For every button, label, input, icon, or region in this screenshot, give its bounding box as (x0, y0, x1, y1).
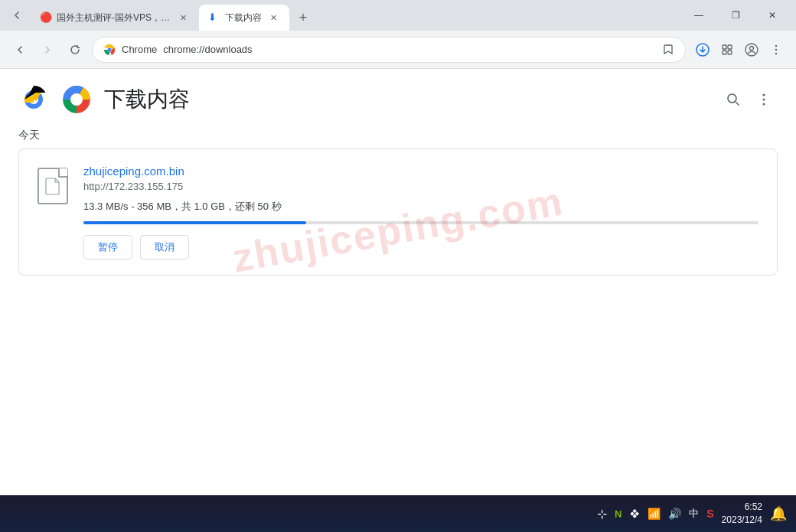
network-icon[interactable]: 📶 (648, 508, 661, 520)
bluetooth-icon[interactable]: ⊹ (597, 507, 607, 521)
svg-point-17 (763, 94, 765, 96)
back-button[interactable] (9, 39, 31, 60)
chrome-logo-small (103, 44, 116, 56)
bookmark-icon[interactable] (662, 44, 674, 56)
taskbar-time: 6:52 (722, 501, 762, 514)
addr-right-icons (692, 39, 787, 60)
tab-2-title: 下载内容 (225, 11, 262, 24)
svg-point-18 (763, 99, 765, 101)
section-label: 今天 (0, 122, 796, 149)
chrome-logo-main (61, 84, 92, 115)
url-input[interactable]: Chrome chrome://downloads (92, 37, 686, 63)
url-text: chrome://downloads (163, 44, 656, 55)
svg-point-8 (775, 44, 777, 46)
download-status: 13.3 MB/s - 356 MB，共 1.0 GB，还剩 50 秒 (83, 200, 758, 214)
search-button[interactable] (719, 86, 747, 113)
svg-point-19 (763, 103, 765, 106)
tab-1-title: 国外主机测评-国外VPS，国... (57, 11, 171, 24)
header-actions (719, 86, 778, 113)
new-tab-button[interactable]: + (292, 7, 314, 28)
antivirus-icon[interactable]: S (706, 508, 713, 520)
taskbar-right: ⊹ N ❖ 📶 🔊 中 S 6:52 2023/12/4 🔔 (597, 501, 787, 527)
tab-1-favicon: 🔴 (40, 11, 52, 24)
extensions-button[interactable] (716, 39, 738, 60)
downloads-menu-button[interactable] (750, 86, 778, 113)
taskbar-clock: 6:52 2023/12/4 (722, 501, 762, 527)
progress-bar-fill (83, 221, 306, 224)
window-control-left (6, 5, 28, 26)
system-back-button[interactable] (6, 5, 28, 26)
svg-rect-3 (728, 45, 732, 49)
reload-button[interactable] (64, 39, 86, 60)
input-method-icon[interactable]: 中 (689, 507, 699, 521)
tab-1-close[interactable]: ✕ (176, 11, 190, 24)
chrome-badge-label: Chrome (122, 44, 157, 55)
svg-point-10 (775, 52, 777, 54)
download-info: zhujiceping.com.bin http://172.233.155.1… (83, 165, 758, 259)
chrome-logo-big (18, 84, 49, 115)
page-title: 下载内容 (104, 85, 190, 114)
volume-icon[interactable]: 🔊 (668, 508, 681, 520)
cancel-button[interactable]: 取消 (140, 235, 189, 259)
svg-point-16 (728, 94, 736, 103)
svg-rect-2 (723, 45, 726, 49)
file-icon (38, 168, 68, 204)
download-card: zhujiceping.com.bin http://172.233.155.1… (18, 149, 778, 276)
address-bar: Chrome chrome://downloads (0, 31, 796, 69)
taskbar-date: 2023/12/4 (722, 514, 762, 527)
download-icon-button[interactable] (692, 39, 713, 60)
color-icon[interactable]: ❖ (629, 507, 640, 521)
close-button[interactable]: ✕ (755, 4, 790, 27)
download-url: http://172.233.155.175 (83, 181, 758, 192)
tab-2-close[interactable]: ✕ (266, 11, 280, 24)
svg-point-7 (750, 46, 754, 50)
maximize-button[interactable]: ❐ (718, 4, 753, 27)
downloads-header: 下载内容 (0, 69, 796, 122)
nvidia-icon[interactable]: N (615, 508, 621, 520)
page-content: zhujiceping.com (0, 69, 796, 495)
window-controls: — ❐ ✕ (681, 4, 790, 27)
download-filename[interactable]: zhujiceping.com.bin (83, 165, 758, 178)
download-actions: 暂停 取消 (83, 235, 758, 259)
tab-2[interactable]: ⬇ 下载内容 ✕ (199, 5, 289, 31)
svg-point-9 (775, 48, 777, 50)
svg-point-15 (70, 93, 83, 106)
progress-bar-container (83, 221, 758, 224)
pause-button[interactable]: 暂停 (83, 235, 132, 259)
minimize-button[interactable]: — (681, 4, 716, 27)
notification-icon[interactable]: 🔔 (770, 505, 787, 522)
profile-button[interactable] (741, 39, 762, 60)
svg-rect-4 (723, 51, 726, 54)
tabs-area: 🔴 国外主机测评-国外VPS，国... ✕ ⬇ 下载内容 ✕ + (31, 0, 678, 31)
svg-rect-5 (728, 51, 732, 54)
title-bar: 🔴 国外主机测评-国外VPS，国... ✕ ⬇ 下载内容 ✕ + — ❐ ✕ (0, 0, 796, 31)
tab-2-favicon: ⬇ (208, 11, 220, 24)
forward-button[interactable] (37, 39, 58, 60)
chrome-menu-button[interactable] (765, 39, 787, 60)
tab-1[interactable]: 🔴 国外主机测评-国外VPS，国... ✕ (31, 5, 199, 31)
taskbar: ⊹ N ❖ 📶 🔊 中 S 6:52 2023/12/4 🔔 (0, 495, 796, 532)
